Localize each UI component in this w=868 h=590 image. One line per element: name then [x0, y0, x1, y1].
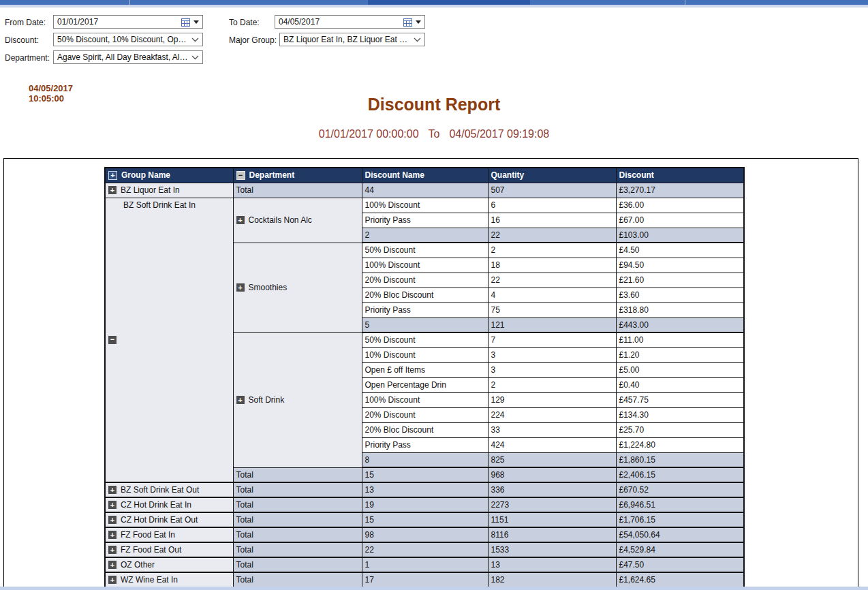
from-date-input[interactable]: 01/01/2017 — [53, 15, 203, 29]
cell-label: £457.75 — [619, 395, 649, 405]
dropdown-arrow-icon[interactable] — [416, 20, 421, 24]
expand-icon[interactable]: + — [108, 486, 117, 494]
cell-label: £443.00 — [619, 320, 649, 330]
cell-label: £67.00 — [619, 215, 645, 225]
dropdown-arrow-icon[interactable] — [193, 20, 199, 24]
data-cell: 224 — [488, 407, 616, 422]
cell-label: 7 — [491, 335, 496, 345]
group-name-cell: +CZ Hot Drink Eat In — [105, 497, 233, 512]
total-cell: £2,406.15 — [616, 467, 744, 482]
data-cell: 10% Discount — [362, 347, 488, 362]
cell-label: 18 — [491, 260, 500, 270]
expand-icon[interactable]: + — [108, 516, 117, 524]
cell-label: 121 — [491, 320, 505, 330]
expand-icon[interactable]: + — [108, 576, 117, 584]
total-cell: £47.50 — [616, 557, 744, 572]
cell-label: 8 — [365, 455, 370, 465]
chevron-down-icon[interactable] — [191, 37, 199, 42]
report-panel: +Group Name−DepartmentDiscount NameQuant… — [3, 158, 858, 590]
from-date-label: From Date: — [5, 18, 46, 27]
data-cell: 100% Discount — [362, 258, 488, 273]
expand-icon[interactable]: + — [108, 171, 117, 180]
cell-label: Total — [236, 185, 253, 195]
chevron-down-icon[interactable] — [414, 37, 421, 42]
major-group-label: Major Group: — [229, 35, 277, 45]
department-cell: +Soft Drink — [233, 332, 362, 467]
cell-label: £4,529.84 — [619, 545, 655, 555]
major-group-select[interactable]: BZ Liquor Eat In, BZ Liquor Eat Out, B..… — [279, 33, 425, 46]
tab-divider — [685, 0, 685, 5]
to-date-input[interactable]: 04/05/2017 — [275, 15, 425, 29]
cell-label: £1,706.15 — [619, 515, 655, 525]
total-cell: 2273 — [488, 497, 616, 512]
cell-label: Priority Pass — [365, 215, 411, 225]
data-cell: £11.00 — [616, 332, 744, 347]
cell-label: £54,050.64 — [619, 530, 660, 540]
data-cell: Open Percentage Drin — [362, 377, 488, 392]
calendar-icon[interactable] — [181, 18, 190, 27]
expand-icon[interactable]: + — [108, 186, 117, 194]
cell-label: 825 — [491, 455, 505, 465]
column-header-label: Quantity — [491, 170, 525, 180]
collapse-icon[interactable]: − — [108, 336, 117, 344]
expand-icon[interactable]: + — [108, 561, 117, 569]
cell-label: 19 — [365, 500, 374, 510]
cell-label: 50% Discount — [365, 335, 416, 345]
department-select[interactable]: Agave Spirit, All Day Breakfast, Allerg.… — [53, 50, 203, 64]
data-cell: 424 — [488, 437, 616, 452]
total-cell: 968 — [488, 467, 616, 482]
cell-label: BZ Liquor Eat In — [121, 185, 180, 195]
subtotal-cell: 5 — [362, 317, 488, 332]
group-name-cell: +CZ Hot Drink Eat Out — [105, 512, 233, 527]
department-cell: +Cocktails Non Alc — [233, 198, 362, 243]
calendar-icon[interactable] — [403, 18, 412, 27]
cell-label: 424 — [491, 440, 505, 450]
data-cell: 6 — [488, 198, 616, 213]
subtotal-cell: 22 — [488, 228, 616, 243]
data-cell: £134.30 — [616, 407, 744, 422]
cell-label: FZ Food Eat In — [121, 530, 175, 540]
cell-label: £134.30 — [619, 410, 649, 420]
expand-icon[interactable]: + — [236, 396, 245, 404]
cell-label: Total — [236, 500, 253, 510]
total-cell: 13 — [362, 482, 488, 497]
range-to: 04/05/2017 09:19:08 — [449, 128, 549, 140]
expand-icon[interactable]: + — [236, 216, 245, 224]
chevron-down-icon[interactable] — [191, 55, 199, 60]
expand-icon[interactable]: + — [108, 501, 117, 509]
expand-icon[interactable]: + — [108, 531, 117, 539]
cell-label: 22 — [491, 230, 500, 240]
cell-label: £11.00 — [619, 335, 644, 345]
data-cell: 20% Discount — [362, 407, 488, 422]
cell-label: 968 — [491, 470, 505, 480]
expand-icon[interactable]: + — [108, 546, 117, 554]
cell-label: CZ Hot Drink Eat In — [121, 500, 191, 510]
total-cell: 182 — [488, 572, 616, 587]
cell-label: 15 — [365, 470, 374, 480]
cell-label: 15 — [365, 515, 374, 525]
data-cell: 3 — [488, 347, 616, 362]
cell-label: £0.40 — [619, 380, 640, 390]
column-header-label: Department — [249, 170, 295, 180]
column-header: Discount — [616, 168, 744, 183]
total-cell: 1533 — [488, 542, 616, 557]
total-cell: 15 — [362, 467, 488, 482]
total-cell: 17 — [362, 572, 488, 587]
cell-label: 2 — [491, 245, 496, 255]
cell-label: Total — [236, 530, 253, 540]
discount-select[interactable]: 50% Discount, 10% Discount, Open £ ... — [53, 33, 203, 46]
total-cell: £1,706.15 — [616, 512, 744, 527]
column-header: +Group Name — [105, 168, 233, 183]
discount-label: Discount: — [5, 35, 39, 45]
cell-label: £1.20 — [619, 350, 640, 360]
browser-tab-strip — [0, 0, 868, 5]
cell-label: 13 — [491, 560, 500, 570]
expand-icon[interactable]: + — [236, 283, 245, 292]
cell-label: Smoothies — [249, 283, 288, 292]
department-value: Agave Spirit, All Day Breakfast, Allerg.… — [57, 52, 188, 62]
discount-value: 50% Discount, 10% Discount, Open £ ... — [57, 35, 188, 44]
collapse-icon[interactable]: − — [236, 171, 245, 180]
cell-label: 1 — [365, 560, 370, 570]
active-tab-segment[interactable] — [368, 0, 530, 5]
data-cell: £67.00 — [616, 213, 744, 228]
